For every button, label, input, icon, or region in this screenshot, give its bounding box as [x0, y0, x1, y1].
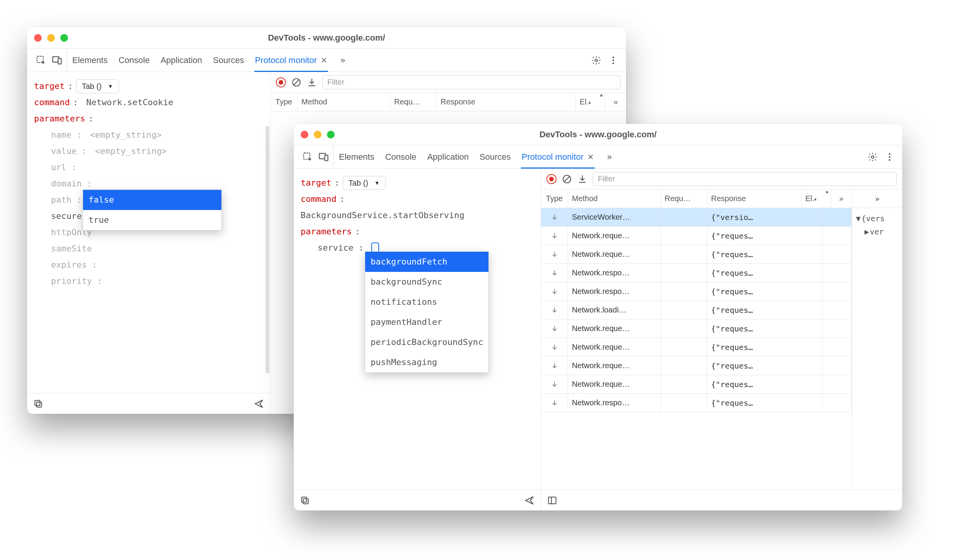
- param-row[interactable]: sameSite: [34, 241, 263, 257]
- tab-application[interactable]: Application: [427, 145, 469, 168]
- svg-point-17: [889, 153, 890, 155]
- scrollbar[interactable]: [265, 126, 269, 374]
- record-icon[interactable]: [546, 174, 556, 184]
- toggle-sidepanel-icon[interactable]: [547, 495, 557, 505]
- col-type-header[interactable]: Type: [271, 93, 298, 111]
- svg-line-23: [564, 176, 570, 182]
- inspect-icon[interactable]: [36, 55, 46, 66]
- row-type-icon: [541, 245, 568, 263]
- col-response-header[interactable]: Response: [707, 190, 801, 208]
- table-row[interactable]: Network.respo…{"reques…: [541, 394, 852, 412]
- inspect-icon[interactable]: [302, 152, 313, 162]
- traffic-light-minimize-icon[interactable]: [47, 34, 55, 42]
- table-row[interactable]: Network.reque…{"reques…: [541, 338, 852, 357]
- col-request-header[interactable]: Requ…: [390, 93, 437, 111]
- col-more-header[interactable]: »: [605, 93, 626, 111]
- autocomplete-option[interactable]: notifications: [365, 292, 488, 312]
- traffic-light-zoom-icon[interactable]: [60, 34, 68, 42]
- param-row[interactable]: url :: [34, 159, 263, 176]
- col-response-header[interactable]: Response: [437, 93, 576, 111]
- send-icon[interactable]: [254, 399, 264, 409]
- col-type-header[interactable]: Type: [541, 190, 568, 208]
- tabs-overflow-icon[interactable]: »: [338, 49, 347, 72]
- editor-target-select[interactable]: Tab ()▼: [76, 79, 119, 93]
- traffic-light-close-icon[interactable]: [301, 131, 308, 138]
- row-request: [661, 375, 707, 393]
- autocomplete-option[interactable]: backgroundSync: [365, 272, 488, 292]
- col-request-header[interactable]: Requ…: [661, 190, 707, 208]
- param-row[interactable]: expires :: [34, 257, 263, 273]
- table-row[interactable]: Network.reque…{"reques…: [541, 375, 852, 394]
- json-tree-root[interactable]: ▼{vers: [856, 212, 898, 225]
- more-vertical-icon[interactable]: [885, 152, 895, 162]
- download-icon[interactable]: [577, 174, 587, 184]
- tab-sources[interactable]: Sources: [480, 145, 511, 168]
- device-toolbar-icon[interactable]: [52, 55, 63, 66]
- autocomplete-option[interactable]: backgroundFetch: [365, 252, 488, 272]
- tabs-overflow-icon[interactable]: »: [605, 145, 614, 168]
- editor-target-select[interactable]: Tab ()▼: [343, 176, 386, 190]
- autocomplete-option[interactable]: periodicBackgroundSync: [365, 332, 488, 352]
- monitor-side-panel: » ▼{vers ▶ver: [852, 190, 902, 490]
- command-editor-pane: target: Tab ()▼ command: BackgroundServi…: [294, 169, 541, 510]
- editor-command-value[interactable]: BackgroundService.startObserving: [301, 207, 464, 224]
- traffic-light-close-icon[interactable]: [34, 34, 42, 42]
- tab-application[interactable]: Application: [160, 49, 202, 72]
- col-method-header[interactable]: Method: [298, 93, 390, 111]
- tab-console[interactable]: Console: [385, 145, 417, 168]
- clear-icon[interactable]: [562, 174, 572, 184]
- table-row[interactable]: ServiceWorker…{"versio…: [541, 208, 852, 227]
- filter-input[interactable]: Filter: [322, 75, 621, 89]
- tab-close-icon[interactable]: ✕: [321, 56, 327, 65]
- autocomplete-option[interactable]: paymentHandler: [365, 312, 488, 332]
- col-elapsed-header[interactable]: El.▴: [576, 93, 605, 111]
- tab-sources[interactable]: Sources: [213, 49, 244, 72]
- tab-elements[interactable]: Elements: [339, 145, 374, 168]
- tabstrip: Elements Console Application Sources Pro…: [294, 145, 902, 169]
- tab-close-icon[interactable]: ✕: [587, 152, 594, 162]
- table-row[interactable]: Network.reque…{"reques…: [541, 227, 852, 245]
- table-row[interactable]: Network.reque…{"reques…: [541, 245, 852, 264]
- tab-console[interactable]: Console: [119, 49, 150, 72]
- side-panel-overflow-icon[interactable]: »: [852, 190, 902, 208]
- copy-icon[interactable]: [300, 495, 310, 505]
- table-row[interactable]: Network.reque…{"reques…: [541, 319, 852, 338]
- more-vertical-icon[interactable]: [608, 55, 618, 65]
- svg-point-3: [595, 59, 598, 61]
- row-request: [661, 338, 707, 356]
- tab-protocol-monitor[interactable]: Protocol monitor ✕: [255, 49, 327, 72]
- row-type-icon: [541, 282, 568, 300]
- download-icon[interactable]: [307, 77, 317, 87]
- table-row[interactable]: Network.reque…{"reques…: [541, 357, 852, 375]
- autocomplete-option[interactable]: pushMessaging: [365, 352, 488, 372]
- traffic-lights: [34, 34, 68, 42]
- json-tree-child[interactable]: ▶ver: [856, 225, 898, 238]
- clear-icon[interactable]: [291, 77, 301, 87]
- filter-input[interactable]: Filter: [593, 172, 897, 186]
- col-elapsed-header[interactable]: El.▴: [801, 190, 831, 208]
- col-method-header[interactable]: Method: [568, 190, 661, 208]
- param-row[interactable]: priority :: [34, 273, 263, 289]
- editor-command-value[interactable]: Network.setCookie: [86, 94, 173, 111]
- row-request: [661, 282, 707, 300]
- autocomplete-option[interactable]: true: [83, 210, 221, 230]
- param-row[interactable]: value : <empty_string>: [34, 143, 263, 159]
- send-icon[interactable]: [524, 495, 534, 505]
- svg-point-6: [612, 62, 614, 64]
- table-row[interactable]: Network.loadi…{"reques…: [541, 301, 852, 319]
- col-more-header[interactable]: »: [831, 190, 852, 208]
- settings-gear-icon[interactable]: [591, 55, 601, 65]
- table-row[interactable]: Network.respo…{"reques…: [541, 282, 852, 301]
- traffic-light-minimize-icon[interactable]: [314, 131, 322, 138]
- record-icon[interactable]: [276, 77, 286, 87]
- traffic-light-zoom-icon[interactable]: [327, 131, 335, 138]
- table-row[interactable]: Network.respo…{"reques…: [541, 264, 852, 282]
- autocomplete-option[interactable]: false: [83, 190, 221, 210]
- svg-point-16: [871, 155, 874, 158]
- copy-icon[interactable]: [33, 399, 43, 409]
- tab-elements[interactable]: Elements: [72, 49, 108, 72]
- device-toolbar-icon[interactable]: [318, 152, 329, 162]
- settings-gear-icon[interactable]: [868, 152, 878, 162]
- tab-protocol-monitor[interactable]: Protocol monitor ✕: [522, 145, 594, 168]
- param-row[interactable]: name : <empty_string>: [34, 127, 263, 143]
